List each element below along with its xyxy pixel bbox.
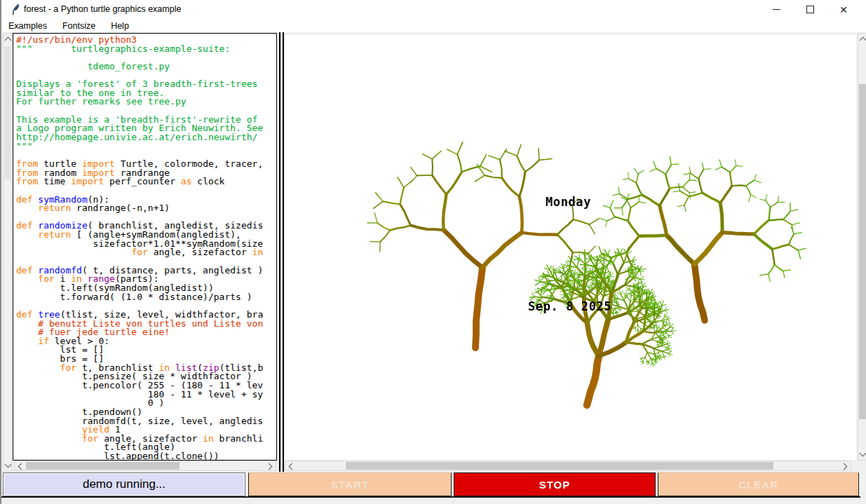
turtle-canvas — [285, 35, 856, 460]
python-feather-icon — [11, 4, 21, 15]
menu-item-help[interactable]: Help — [111, 21, 129, 31]
code-vertical-scrollbar[interactable] — [3, 33, 12, 472]
code-line: """ — [16, 142, 276, 151]
minimize-button[interactable] — [764, 0, 788, 19]
status-display: demo running... — [3, 472, 245, 496]
code-line: lst.append(t.clone()) — [16, 452, 276, 461]
scroll-left-icon[interactable] — [289, 463, 296, 470]
scroll-down-icon[interactable] — [5, 461, 12, 468]
app-window: forest - a Python turtle graphics exampl… — [0, 0, 866, 504]
menu-item-examples[interactable]: Examples — [8, 21, 47, 31]
clear-button[interactable]: CLEAR — [658, 472, 859, 496]
pane-sash[interactable] — [279, 32, 284, 472]
canvas-horizontal-scrollbar[interactable] — [285, 461, 851, 471]
code-editor[interactable]: #!/usr/bin/env python3""" turtlegraphics… — [13, 33, 277, 461]
code-line: t.forward( (1.0 * distance)/parts ) — [16, 293, 276, 302]
minimize-icon — [773, 9, 780, 10]
window-title: forest - a Python turtle graphics exampl… — [24, 4, 181, 14]
canvas-vscroll-thumb[interactable] — [859, 84, 866, 419]
code-horizontal-scrollbar[interactable] — [14, 461, 276, 471]
scroll-right-icon[interactable] — [841, 463, 848, 470]
menu-item-fontsize[interactable]: Fontsize — [62, 21, 95, 31]
code-line: return randrange(-n,n+1) — [16, 204, 276, 213]
canvas-vertical-scrollbar[interactable] — [858, 33, 866, 461]
code-line: For further remarks see tree.py — [16, 97, 276, 107]
scroll-up-icon[interactable] — [860, 37, 866, 44]
code-line: http://homepage.univie.ac.at/erich.neuwi… — [16, 133, 276, 142]
scroll-left-icon[interactable] — [18, 463, 25, 470]
canvas-label: Sep. 8 2025 — [528, 299, 611, 313]
close-button[interactable]: ✕ — [832, 0, 855, 19]
code-vscroll-thumb[interactable] — [4, 46, 11, 179]
stop-button[interactable]: STOP — [454, 472, 656, 496]
code-line: for angle, sizefactor in — [16, 248, 276, 257]
scroll-up-icon[interactable] — [5, 37, 12, 44]
control-bar: demo running... START STOP CLEAR — [1, 472, 860, 498]
maximize-button[interactable] — [798, 0, 822, 19]
canvas-label: Monday — [546, 195, 591, 209]
menu-bar: ExamplesFontsizeHelp — [1, 19, 866, 32]
code-hscroll-thumb[interactable] — [26, 462, 180, 470]
close-icon: ✕ — [839, 5, 848, 15]
status-text: demo running... — [83, 477, 165, 491]
scroll-down-icon[interactable] — [860, 450, 866, 457]
turtle-canvas-area: MondaySep. 8 2025 — [285, 35, 856, 460]
start-button[interactable]: START — [248, 472, 452, 496]
code-line: tdemo_forest.py — [16, 62, 276, 71]
title-bar: forest - a Python turtle graphics exampl… — [1, 0, 866, 19]
canvas-hscroll-thumb[interactable] — [346, 462, 773, 470]
code-line: from time import perf_counter as clock — [16, 177, 276, 186]
maximize-icon — [806, 6, 814, 13]
scroll-right-icon[interactable] — [266, 463, 273, 470]
code-line: """ turtlegraphics-example-suite: — [16, 45, 276, 54]
